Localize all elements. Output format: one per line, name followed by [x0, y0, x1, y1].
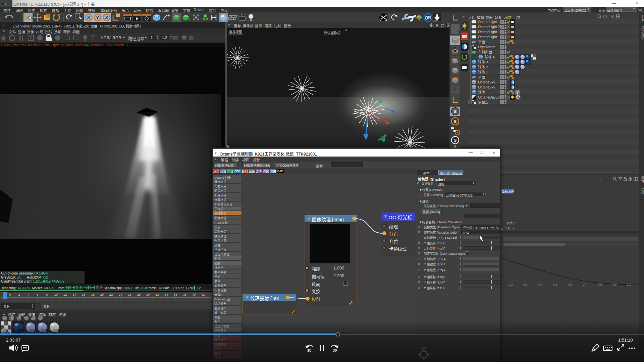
svg-text:14: 14 [73, 293, 76, 296]
svg-text:Z: Z [105, 14, 108, 20]
svg-text:K921: K921 [421, 347, 426, 349]
svg-text:布料曲面: 布料曲面 [478, 50, 492, 54]
svg-text:20: 20 [100, 293, 104, 296]
svg-text:球体.4: 球体.4 [485, 55, 495, 59]
svg-text:R: R [63, 19, 64, 21]
svg-text:24: 24 [119, 293, 122, 296]
svg-text:6: 6 [37, 293, 38, 296]
svg-text:QR: QR [425, 15, 431, 20]
svg-text:26: 26 [128, 293, 131, 296]
svg-text:40: 40 [192, 293, 196, 296]
svg-text:16: 16 [82, 293, 86, 296]
svg-text:0.7: 0.7 [583, 283, 587, 286]
svg-text:10: 10 [307, 348, 311, 352]
svg-text:X: X [87, 14, 90, 20]
svg-text:0.3: 0.3 [523, 283, 528, 286]
svg-text:Y: Y [96, 14, 99, 20]
svg-text:12: 12 [63, 293, 67, 296]
svg-text:S: S [388, 16, 390, 19]
svg-text:空白.1: 空白.1 [478, 100, 488, 104]
svg-text:0: 0 [9, 293, 11, 296]
svg-text:S: S [454, 138, 457, 143]
svg-text:32: 32 [155, 293, 159, 296]
svg-text:P: P [388, 14, 390, 16]
svg-text:?: ? [516, 90, 519, 95]
svg-text:OctaneLight.2: OctaneLight.2 [478, 25, 500, 29]
svg-text:30: 30 [333, 348, 337, 352]
svg-text:OctaneLight.1: OctaneLight.1 [478, 30, 500, 34]
svg-text:LightTarget: LightTarget [478, 45, 495, 49]
svg-text:OctaneSky: OctaneSky [478, 85, 495, 89]
svg-text:R: R [388, 19, 390, 21]
svg-text:38: 38 [183, 293, 187, 296]
svg-text:0.5: 0.5 [553, 283, 557, 286]
svg-text:0.4: 0.4 [538, 283, 542, 286]
svg-text:s: s [457, 131, 458, 135]
svg-text:22: 22 [109, 293, 113, 296]
svg-text:球体: 球体 [478, 90, 485, 94]
svg-text:0.8: 0.8 [598, 283, 602, 286]
svg-text:2: 2 [18, 293, 20, 296]
svg-text:球体.2: 球体.2 [478, 65, 488, 69]
svg-text:0.2: 0.2 [508, 283, 513, 286]
svg-text:OctaneDayLight: OctaneDayLight [478, 95, 503, 99]
svg-text:8: 8 [46, 293, 48, 296]
svg-text:OctaneLight: OctaneLight [478, 20, 497, 24]
svg-text:18: 18 [91, 293, 95, 296]
svg-text:4: 4 [28, 293, 29, 296]
svg-text:OctaneSky: OctaneSky [478, 80, 495, 84]
svg-text:平面: 平面 [478, 75, 485, 79]
svg-text:P: P [63, 14, 64, 16]
svg-text:34: 34 [165, 293, 168, 296]
svg-text:S: S [454, 109, 457, 114]
svg-text:30: 30 [146, 293, 150, 296]
svg-text:42: 42 [201, 293, 205, 296]
svg-text:28: 28 [137, 293, 141, 296]
svg-text:S: S [63, 16, 64, 19]
svg-text:36: 36 [174, 293, 177, 296]
svg-text:0.6: 0.6 [568, 283, 573, 286]
svg-text:球体.1: 球体.1 [478, 70, 488, 74]
svg-text:10: 10 [54, 293, 58, 296]
svg-text:球体.3: 球体.3 [478, 60, 488, 64]
svg-text:1.0: 1.0 [627, 283, 631, 286]
svg-text:R: R [30, 36, 32, 40]
svg-text:S: S [454, 119, 457, 124]
svg-text:OctaneLight: OctaneLight [478, 35, 497, 39]
svg-text:平面.1: 平面.1 [478, 40, 488, 44]
svg-text:0.9: 0.9 [612, 283, 617, 286]
